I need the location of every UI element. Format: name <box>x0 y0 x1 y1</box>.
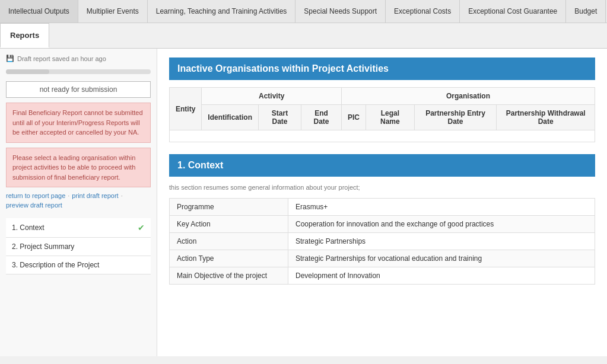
draft-saved-notice: 💾 Draft report saved an hour ago <box>6 55 151 62</box>
separator1: · <box>68 192 69 199</box>
separator2: · <box>121 192 123 199</box>
table-row: Action Type Strategic Partnerships for v… <box>170 250 595 267</box>
check-icon-context: ✔ <box>138 223 145 232</box>
alert-leading-org: Please select a leading organisation wit… <box>6 148 151 188</box>
table-row: Key Action Cooperation for innovation an… <box>170 216 595 233</box>
key-action-label: Key Action <box>170 216 288 233</box>
programme-label: Programme <box>170 199 288 216</box>
tab-exceptional-cost-guarantee[interactable]: Exceptional Cost Guarantee <box>460 0 566 23</box>
tab-budget[interactable]: Budget <box>566 0 606 23</box>
action-type-label: Action Type <box>170 250 288 267</box>
col-legal-name: Legal Name <box>366 105 415 130</box>
print-draft-link[interactable]: print draft report <box>72 192 118 199</box>
sidebar-item-description[interactable]: 3. Description of the Project <box>6 256 151 274</box>
top-tab-bar: Intellectual Outputs Multiplier Events L… <box>0 0 607 23</box>
submission-status-badge: not ready for submission <box>6 81 151 98</box>
content-area: Inactive Organisations within Project Ac… <box>157 49 607 356</box>
main-objective-label: Main Objective of the project <box>170 267 288 285</box>
programme-value: Erasmus+ <box>288 199 595 216</box>
col-partnership-entry-date: Partnership Entry Date <box>414 105 497 130</box>
col-organisation-group: Organisation <box>341 88 595 105</box>
alert-interim-reports: Final Beneficiary Report cannot be submi… <box>6 103 151 143</box>
action-type-value: Strategic Partnerships for vocational ed… <box>288 250 595 267</box>
main-layout: 💾 Draft report saved an hour ago not rea… <box>0 49 607 356</box>
inactive-orgs-table: Entity Activity Organisation Identificat… <box>169 87 595 142</box>
main-objective-value: Development of Innovation <box>288 267 595 285</box>
col-pic: PIC <box>341 105 366 130</box>
tab-learning-teaching[interactable]: Learning, Teaching and Training Activiti… <box>148 0 296 23</box>
sidebar: 💾 Draft report saved an hour ago not rea… <box>0 49 157 356</box>
report-links: return to report page · print draft repo… <box>6 192 151 209</box>
col-entity: Entity <box>170 88 202 130</box>
tab-reports[interactable]: Reports <box>0 23 49 48</box>
col-start-date: Start Date <box>259 105 301 130</box>
sidebar-item-context[interactable]: 1. Context ✔ <box>6 218 151 238</box>
action-label: Action <box>170 233 288 250</box>
inactive-orgs-header: Inactive Organisations within Project Ac… <box>169 58 595 80</box>
progress-bar <box>6 69 151 74</box>
tab-multiplier-events[interactable]: Multiplier Events <box>78 0 148 23</box>
tab-exceptional-costs[interactable]: Exceptional Costs <box>386 0 460 23</box>
col-activity-group: Activity <box>202 88 342 105</box>
preview-draft-link[interactable]: preview draft report <box>6 202 62 209</box>
table-row: Main Objective of the project Developmen… <box>170 267 595 285</box>
sidebar-navigation: 1. Context ✔ 2. Project Summary 3. Descr… <box>6 218 151 274</box>
save-icon: 💾 <box>6 55 14 62</box>
table-row-empty <box>170 130 595 142</box>
return-to-report-link[interactable]: return to report page <box>6 192 65 199</box>
sidebar-item-project-summary[interactable]: 2. Project Summary <box>6 238 151 256</box>
action-value: Strategic Partnerships <box>288 233 595 250</box>
col-partnership-withdrawal-date: Partnership Withdrawal Date <box>497 105 595 130</box>
col-end-date: End Date <box>301 105 342 130</box>
progress-bar-fill <box>6 69 49 74</box>
key-action-value: Cooperation for innovation and the excha… <box>288 216 595 233</box>
context-subtitle: this section resumes some general inform… <box>169 184 595 191</box>
context-section-header: 1. Context <box>169 154 595 177</box>
second-tab-bar: Reports <box>0 23 607 49</box>
context-info-table: Programme Erasmus+ Key Action Cooperatio… <box>169 198 595 285</box>
table-row: Programme Erasmus+ <box>170 199 595 216</box>
table-row: Action Strategic Partnerships <box>170 233 595 250</box>
tab-special-needs[interactable]: Special Needs Support <box>295 0 386 23</box>
col-identification: Identification <box>202 105 259 130</box>
tab-intellectual-outputs[interactable]: Intellectual Outputs <box>0 0 78 23</box>
